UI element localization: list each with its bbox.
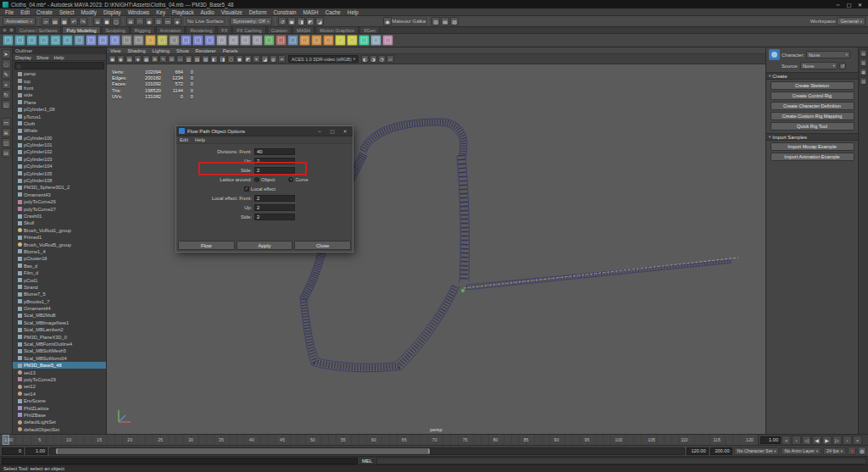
- outliner-item[interactable]: Brush_VoRod1_group: [13, 227, 106, 234]
- boolean-intersection-icon[interactable]: [204, 35, 215, 46]
- divisions-front-field[interactable]: 40: [254, 148, 295, 155]
- outliner-item[interactable]: pCylinder102: [13, 148, 106, 155]
- safe-title-icon[interactable]: ◨: [219, 55, 226, 63]
- poly-disc-icon[interactable]: [74, 35, 85, 46]
- go-to-end-button[interactable]: »: [853, 436, 862, 445]
- symmetry-selector[interactable]: Symmetry: Off▾: [230, 17, 273, 25]
- close-button[interactable]: ✕: [854, 2, 865, 8]
- boolean-difference-icon[interactable]: [192, 35, 203, 46]
- bookmarks-icon[interactable]: ◈: [134, 55, 142, 63]
- four-pane-layout-icon[interactable]: ⊞: [2, 128, 11, 137]
- render-current-frame-icon[interactable]: ◨: [297, 17, 305, 25]
- step-forward-frame-button[interactable]: ›: [843, 436, 852, 445]
- extract-icon[interactable]: [240, 35, 251, 46]
- menu-item[interactable]: Display: [100, 8, 125, 16]
- outliner-item[interactable]: PhilZBase: [13, 412, 106, 419]
- menu-set-selector[interactable]: Animation▾: [3, 17, 36, 25]
- viewport-menu-item[interactable]: Shading: [124, 47, 148, 53]
- outliner-item[interactable]: defaultObjectSet: [13, 426, 106, 433]
- shelf-tab[interactable]: MASH: [292, 26, 314, 33]
- menu-item[interactable]: Deform: [246, 8, 270, 16]
- menu-item[interactable]: Windows: [125, 8, 153, 16]
- bevel-icon[interactable]: [311, 35, 322, 46]
- outliner-menu-item[interactable]: Display: [13, 54, 34, 60]
- outliner-item[interactable]: Primed1: [13, 234, 106, 241]
- shaded-icon[interactable]: ◼: [236, 55, 243, 63]
- hypershade-persp-layout-icon[interactable]: ⊟: [2, 148, 11, 158]
- character-set-menu[interactable]: No Character Set▾: [734, 447, 780, 455]
- color-space-selector[interactable]: ACES 1.0 SDR-video (sRGB)▾: [288, 55, 359, 63]
- poly-cylinder-icon[interactable]: [26, 35, 37, 46]
- paint-select-tool-icon[interactable]: ✎: [2, 69, 11, 79]
- dialog-menu-item[interactable]: Help: [192, 136, 209, 143]
- xray-icon[interactable]: ▱: [387, 55, 394, 63]
- outliner-item[interactable]: Skull: [13, 219, 106, 226]
- bridge-icon[interactable]: [323, 35, 334, 46]
- isolate-select-icon[interactable]: ◔: [378, 55, 386, 63]
- viewport-menu-item[interactable]: Renderer: [192, 47, 220, 53]
- fill-hole-icon[interactable]: [252, 35, 263, 46]
- ipr-render-icon[interactable]: ◩: [306, 17, 314, 25]
- shelf-menu-icon[interactable]: ▾: [2, 27, 8, 33]
- auto-key-toggle-icon[interactable]: [848, 447, 856, 455]
- poly-plane-icon[interactable]: [62, 35, 73, 46]
- import-sample-button[interactable]: Import Animation Example: [771, 153, 854, 161]
- target-weld-icon[interactable]: [347, 35, 358, 46]
- outliner-item[interactable]: PM3D_Base5_48: [13, 362, 106, 369]
- lattice-curve-radio[interactable]: [288, 177, 293, 182]
- outliner-item[interactable]: PM3D_Sphere3D1_2: [13, 184, 106, 191]
- motion-blur-icon[interactable]: ≈: [278, 55, 286, 63]
- local-effect-side-field[interactable]: 2: [254, 214, 295, 220]
- quad-draw-icon[interactable]: [359, 35, 370, 46]
- create-action-button[interactable]: Create Skeleton: [771, 81, 854, 90]
- film-gate-icon[interactable]: ▭: [176, 55, 184, 63]
- outliner-item[interactable]: side: [13, 92, 106, 98]
- menu-item[interactable]: File: [2, 8, 17, 16]
- signed-in-user[interactable]: Mateusz Gałka: [392, 19, 426, 24]
- anim-layer-menu[interactable]: No Anim Layer▾: [781, 447, 821, 455]
- modeling-toolkit-tab-icon[interactable]: ▦: [860, 68, 867, 75]
- dialog-titlebar[interactable]: Flow Path Object Options ─ □ ✕: [176, 126, 353, 136]
- outliner-menu-item[interactable]: Show: [34, 54, 52, 60]
- outliner-item[interactable]: PM3D_PlaneX3D_0: [13, 333, 106, 340]
- lasso-tool-icon[interactable]: ◌: [2, 59, 11, 69]
- local-effect-checkbox[interactable]: ✓: [244, 186, 249, 192]
- lock-camera-icon[interactable]: ◉: [117, 55, 125, 63]
- shelf-tab[interactable]: Sculpting: [102, 26, 130, 33]
- outliner-item[interactable]: set13: [13, 369, 106, 375]
- outliner-item[interactable]: Scal_MBImageNew1: [13, 319, 106, 326]
- outliner-item[interactable]: Cloth: [13, 120, 106, 127]
- outliner-item[interactable]: Blume1_4: [13, 248, 106, 255]
- close-dialog-button[interactable]: Close: [294, 241, 351, 250]
- minimize-button[interactable]: ─: [832, 2, 843, 8]
- snap-to-view-plane-icon[interactable]: ▭: [164, 17, 172, 25]
- step-forward-key-button[interactable]: ▷: [832, 436, 842, 445]
- outliner-item[interactable]: Scal_MBSoftform04: [13, 355, 106, 362]
- outliner-item[interactable]: pBrooks1_7: [13, 298, 106, 305]
- outliner-item[interactable]: set14: [13, 391, 106, 397]
- dialog-close-button[interactable]: ✕: [340, 129, 350, 134]
- safe-action-icon[interactable]: ◧: [210, 55, 218, 63]
- wireframe-icon[interactable]: ◻: [227, 55, 235, 63]
- platonic-solid-icon[interactable]: [86, 35, 97, 46]
- outliner-item[interactable]: set12: [13, 383, 106, 390]
- command-input[interactable]: [2, 458, 358, 464]
- 2d-pan-zoom-icon[interactable]: ⊞: [151, 55, 159, 63]
- poly-cube-icon[interactable]: [14, 35, 25, 46]
- channel-box-toggle-icon[interactable]: ▨: [450, 17, 459, 25]
- extrude-icon[interactable]: [299, 35, 310, 46]
- character-selector[interactable]: None▾: [806, 51, 850, 58]
- poly-prism-icon[interactable]: [109, 35, 120, 46]
- shelf-gear-icon[interactable]: ⚙: [8, 27, 14, 33]
- outliner-item[interactable]: Plane: [13, 99, 106, 106]
- outliner-item[interactable]: Film_d: [13, 269, 106, 276]
- move-tool-icon[interactable]: +: [2, 80, 11, 89]
- menu-item[interactable]: MASH: [299, 8, 321, 16]
- poly-gear-icon[interactable]: [145, 35, 156, 46]
- shelf-tab[interactable]: Rendering: [186, 26, 216, 33]
- snap-to-grid-icon[interactable]: ⊞: [126, 17, 135, 25]
- time-slider-track[interactable]: 1.00510152025303540455055606570758085909…: [0, 435, 758, 445]
- flow-button[interactable]: Flow: [178, 241, 235, 250]
- play-forward-button[interactable]: ▶: [822, 436, 832, 445]
- playback-range-handle[interactable]: [56, 448, 430, 454]
